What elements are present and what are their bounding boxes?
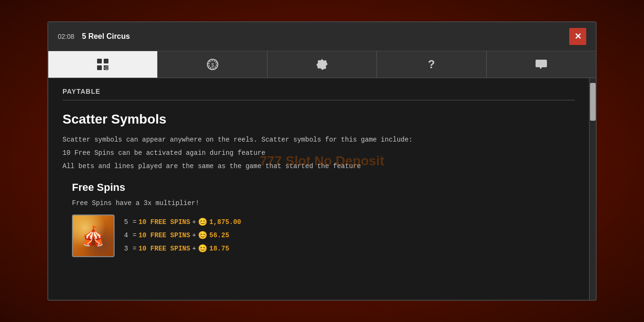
- reward-row-3: 3 = 10 FREE SPINS + 😊 18.75: [124, 244, 241, 253]
- free-spins-heading: Free Spins: [72, 181, 575, 194]
- svg-rect-0: [97, 59, 102, 63]
- rewards-list: 5 = 10 FREE SPINS + 😊 1,875.00 4 = 10 FR…: [124, 215, 241, 253]
- grid-icon: i: [96, 58, 109, 71]
- tab-chat[interactable]: [487, 51, 596, 78]
- reward-row-5: 5 = 10 FREE SPINS + 😊 1,875.00: [124, 217, 241, 227]
- svg-rect-2: [97, 65, 102, 70]
- reward-amount-4: 56.25: [209, 232, 229, 239]
- multiplier-text: Free Spins have a 3x multiplier!: [72, 199, 575, 207]
- reward-freespins-5: 10 FREE SPINS: [138, 218, 190, 226]
- reward-count-5: 5: [124, 218, 131, 226]
- tab-settings[interactable]: [268, 51, 377, 78]
- title-bar: 02:08 5 Reel Circus ✕: [48, 22, 596, 51]
- reward-icon-3: 😊: [198, 244, 207, 253]
- svg-text:?: ?: [428, 58, 435, 71]
- reward-amount-3: 18.75: [209, 245, 229, 252]
- scrollbar-track[interactable]: [589, 78, 596, 300]
- scatter-heading: Scatter Symbols: [63, 112, 575, 127]
- section-title: Paytable: [63, 88, 575, 95]
- tab-bar: i $ ?: [48, 51, 596, 78]
- scatter-desc-3: All bets and lines played are the same a…: [63, 161, 575, 172]
- divider: [63, 100, 575, 100]
- scatter-desc-2: 10 Free Spins can be activated again dur…: [63, 148, 575, 159]
- coin-icon: $: [206, 58, 219, 71]
- reward-freespins-3: 10 FREE SPINS: [138, 245, 190, 252]
- scatter-desc-1: Scatter symbols can appear anywhere on t…: [63, 134, 575, 146]
- reward-row-4: 4 = 10 FREE SPINS + 😊 56.25: [124, 231, 241, 240]
- tab-help[interactable]: ?: [377, 51, 486, 78]
- tab-paytable[interactable]: i: [48, 51, 158, 78]
- reward-freespins-4: 10 FREE SPINS: [138, 232, 190, 239]
- reward-icon-4: 😊: [198, 231, 207, 240]
- rewards-section: 🎪 5 = 10 FREE SPINS + 😊 1,875.00 4 =: [72, 215, 575, 257]
- reward-icon-5: 😊: [198, 217, 207, 227]
- game-title: 5 Reel Circus: [82, 32, 130, 41]
- close-button[interactable]: ✕: [569, 28, 586, 45]
- gear-icon: [315, 58, 329, 71]
- scatter-symbol-image: 🎪: [72, 215, 115, 257]
- title-bar-left: 02:08 5 Reel Circus: [58, 32, 130, 41]
- svg-text:$: $: [211, 62, 214, 68]
- content-area: Paytable Scatter Symbols Scatter symbols…: [48, 78, 596, 300]
- chat-icon: [535, 58, 548, 71]
- time-display: 02:08: [58, 33, 74, 40]
- scrollbar-thumb[interactable]: [590, 83, 596, 121]
- scrollable-content[interactable]: Paytable Scatter Symbols Scatter symbols…: [48, 78, 589, 300]
- scatter-symbol-emoji: 🎪: [81, 225, 105, 247]
- svg-rect-1: [104, 59, 108, 63]
- reward-amount-5: 1,875.00: [209, 218, 241, 226]
- modal-window: 02:08 5 Reel Circus ✕ i $: [47, 21, 597, 301]
- tab-bet[interactable]: $: [158, 51, 267, 78]
- help-icon: ?: [425, 58, 438, 71]
- reward-count-3: 3: [124, 245, 131, 252]
- reward-count-4: 4: [124, 232, 131, 239]
